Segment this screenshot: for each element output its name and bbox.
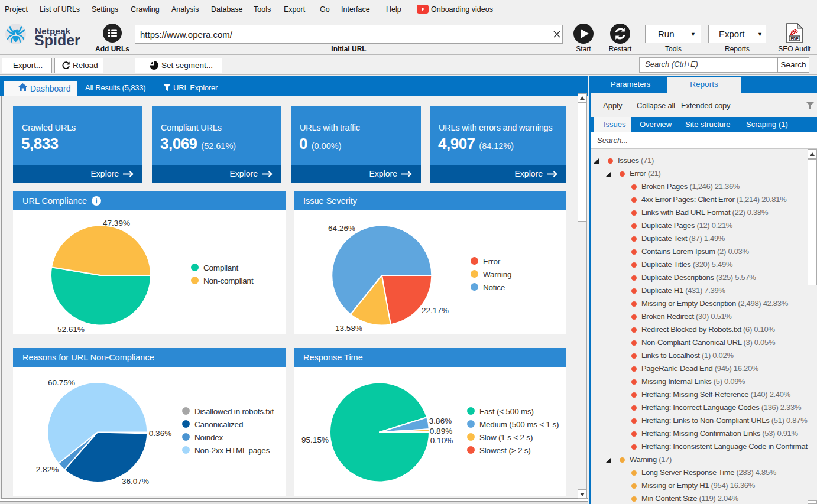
- svg-text:PDF: PDF: [791, 37, 799, 41]
